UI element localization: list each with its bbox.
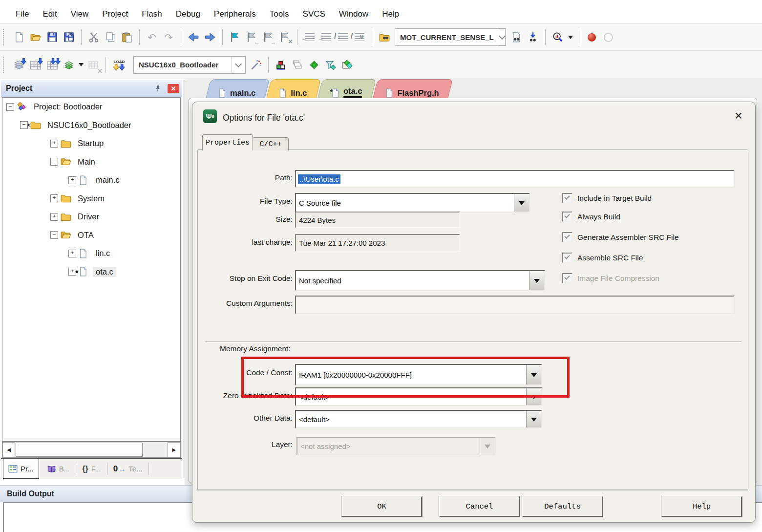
options-for-target-icon[interactable] bbox=[248, 56, 264, 74]
navigate-forward-icon[interactable] bbox=[202, 28, 218, 46]
copy-icon[interactable] bbox=[102, 28, 119, 46]
tree-item-driver[interactable]: +Driver bbox=[2, 208, 180, 226]
uncomment-icon[interactable]: /✕ bbox=[351, 28, 368, 46]
expand-icon[interactable]: + bbox=[50, 194, 58, 202]
tree-item-project-bootloader[interactable]: −Project: Bootloader bbox=[2, 98, 180, 116]
assemble-src-checkbox[interactable]: Assemble SRC File bbox=[562, 253, 643, 263]
expand-icon[interactable]: + bbox=[50, 213, 58, 221]
project-tree-hscrollbar[interactable]: ◀ ▶ bbox=[2, 442, 181, 458]
insert-bookmark-icon[interactable] bbox=[227, 28, 243, 46]
batch-build-icon[interactable] bbox=[61, 56, 77, 74]
build-icon[interactable] bbox=[27, 56, 44, 74]
clear-bookmarks-icon[interactable]: ✕ bbox=[276, 28, 293, 46]
disable-breakpoint-icon[interactable] bbox=[600, 28, 616, 46]
stop-build-icon[interactable]: ✕ bbox=[85, 56, 102, 74]
generate-assembler-src-checkbox[interactable]: Generate Assembler SRC File bbox=[562, 232, 679, 242]
dropdown-arrow-icon[interactable] bbox=[526, 365, 541, 384]
menu-file[interactable]: File bbox=[9, 6, 36, 22]
menu-debug[interactable]: Debug bbox=[169, 6, 207, 22]
tree-item-nsuc16x0-bootloader[interactable]: −*NSUC16x0_Bootloader bbox=[2, 116, 180, 135]
file-type-select[interactable]: C Source file bbox=[295, 193, 530, 213]
custom-arguments-input[interactable] bbox=[295, 296, 735, 314]
workspace-tab-f[interactable]: {}F... bbox=[77, 459, 106, 479]
help-button[interactable]: Help bbox=[661, 496, 742, 517]
menu-svcs[interactable]: SVCS bbox=[296, 6, 332, 22]
workspace-tab-te[interactable]: 0→Te... bbox=[108, 459, 148, 479]
menu-peripherals[interactable]: Peripherals bbox=[207, 6, 263, 22]
comment-icon[interactable]: / bbox=[335, 28, 351, 46]
dropdown-arrow-icon[interactable] bbox=[526, 388, 541, 405]
toolbar-drag-handle[interactable] bbox=[3, 57, 7, 73]
debug-options-caret[interactable] bbox=[566, 28, 575, 46]
insert-breakpoint-icon[interactable] bbox=[583, 28, 600, 46]
cancel-button[interactable]: Cancel bbox=[439, 496, 520, 517]
menu-view[interactable]: View bbox=[64, 6, 96, 22]
tab-c-cpp[interactable]: C/C++ bbox=[253, 137, 289, 150]
menu-help[interactable]: Help bbox=[375, 6, 406, 22]
open-file-icon[interactable] bbox=[27, 28, 44, 46]
tree-item-main-c[interactable]: +main.c bbox=[2, 171, 180, 190]
pack-installer-icon[interactable] bbox=[306, 56, 322, 74]
path-input[interactable]: ..\User\ota.c bbox=[295, 170, 735, 188]
collapse-icon[interactable]: − bbox=[6, 103, 14, 111]
manage-rte-icon[interactable] bbox=[273, 56, 289, 74]
tab-properties[interactable]: Properties bbox=[202, 134, 253, 150]
toolbar-drag-handle[interactable] bbox=[3, 29, 7, 45]
rebuild-icon[interactable] bbox=[44, 56, 61, 74]
unindent-icon[interactable]: ← bbox=[301, 28, 318, 46]
scrollbar-thumb[interactable] bbox=[16, 443, 143, 457]
checkbox-icon[interactable] bbox=[562, 253, 572, 263]
dropdown-arrow-icon[interactable] bbox=[514, 194, 529, 212]
checkbox-icon[interactable] bbox=[562, 212, 572, 222]
chevron-down-icon[interactable] bbox=[499, 29, 506, 45]
menu-tools[interactable]: Tools bbox=[263, 6, 296, 22]
stop-on-exit-select[interactable]: Not specified bbox=[295, 270, 545, 291]
navigate-back-icon[interactable] bbox=[185, 28, 202, 46]
include-in-target-build-checkbox[interactable]: Include in Target Build bbox=[562, 193, 652, 203]
manage-packs-icon[interactable] bbox=[339, 56, 356, 74]
flash-download-icon[interactable] bbox=[110, 56, 128, 74]
find-in-document-icon[interactable] bbox=[508, 28, 525, 46]
ok-button[interactable]: OK bbox=[341, 496, 422, 517]
code-const-select[interactable]: IRAM1 [0x20000000-0x20000FFF] bbox=[295, 364, 542, 385]
other-data-select[interactable]: <default> bbox=[295, 410, 542, 428]
save-icon[interactable] bbox=[44, 28, 61, 46]
chevron-down-icon[interactable] bbox=[232, 57, 245, 73]
expand-icon[interactable]: + bbox=[68, 176, 76, 184]
translate-file-icon[interactable] bbox=[11, 56, 27, 74]
start-stop-debug-icon[interactable] bbox=[550, 28, 566, 46]
dropdown-arrow-icon[interactable] bbox=[529, 271, 544, 290]
workspace-tab-b[interactable]: B... bbox=[42, 459, 75, 479]
menu-flash[interactable]: Flash bbox=[135, 6, 169, 22]
tree-item-ota[interactable]: −OTA bbox=[2, 226, 180, 245]
target-select[interactable]: NSUC16x0_Bootloader bbox=[133, 56, 246, 74]
dialog-close-icon[interactable]: × bbox=[733, 107, 744, 125]
checkbox-icon[interactable] bbox=[562, 193, 572, 203]
new-file-icon[interactable] bbox=[11, 28, 27, 46]
tree-item-startup[interactable]: +Startup bbox=[2, 134, 180, 153]
find-in-files-icon[interactable] bbox=[376, 28, 393, 46]
scroll-right-button[interactable]: ▶ bbox=[168, 442, 180, 457]
zero-initialized-data-select[interactable]: <default> bbox=[295, 387, 542, 406]
expand-icon[interactable]: + bbox=[50, 140, 58, 148]
save-all-icon[interactable] bbox=[61, 28, 77, 46]
dropdown-arrow-icon[interactable] bbox=[526, 411, 541, 427]
select-packs-icon[interactable] bbox=[322, 56, 339, 74]
tree-item-system[interactable]: +System bbox=[2, 190, 180, 208]
tree-item-main[interactable]: −Main bbox=[2, 153, 180, 171]
collapse-icon[interactable]: − bbox=[50, 231, 58, 239]
incremental-find-icon[interactable] bbox=[525, 28, 541, 46]
expand-icon[interactable]: + bbox=[68, 250, 76, 257]
menu-window[interactable]: Window bbox=[332, 6, 375, 22]
manage-project-items-icon[interactable] bbox=[289, 56, 306, 74]
collapse-icon[interactable]: − bbox=[50, 158, 58, 166]
search-term-select[interactable]: MOT_CURRENT_SENSE_L bbox=[395, 28, 506, 46]
paste-icon[interactable] bbox=[119, 28, 135, 46]
redo-icon[interactable]: ↷ bbox=[160, 28, 177, 46]
scroll-left-button[interactable]: ◀ bbox=[2, 442, 15, 457]
defaults-button[interactable]: Defaults bbox=[522, 496, 603, 517]
pin-icon[interactable] bbox=[153, 84, 163, 93]
tree-item-ota-c[interactable]: +*ota.c bbox=[2, 263, 180, 281]
cut-icon[interactable] bbox=[85, 28, 102, 46]
indent-icon[interactable]: → bbox=[318, 28, 335, 46]
